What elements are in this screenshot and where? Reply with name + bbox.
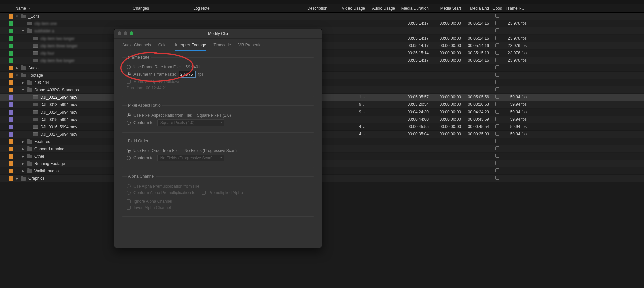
col-media-duration[interactable]: Media Duration	[395, 6, 429, 11]
chevron-down-icon[interactable]: ⌄	[362, 103, 365, 106]
bin-row[interactable]: ▶Other	[0, 153, 644, 160]
chevron-down-icon[interactable]: ⌄	[362, 110, 365, 114]
chevron-down-icon[interactable]: ▼	[15, 15, 19, 18]
good-checkbox[interactable]	[495, 73, 499, 77]
label-color-chip[interactable]	[9, 36, 13, 41]
radio-use-frame-rate-from-file[interactable]	[127, 65, 131, 69]
clip-row[interactable]: ▶clip item two longer00:05:14:1700:00:00…	[0, 35, 644, 42]
clip-row[interactable]: ▶DJI_0013_5994.mov9 ⌄00:03:20:5400:00:00…	[0, 101, 644, 109]
bin-row[interactable]: ▶403-464	[0, 79, 644, 86]
good-checkbox[interactable]	[495, 65, 499, 69]
bin-row[interactable]: ▼Drone_403PC_Standups	[0, 86, 644, 94]
good-checkbox[interactable]	[495, 14, 499, 18]
col-changes[interactable]: Changes	[133, 6, 193, 11]
bin-row[interactable]: ▶Walkthroughs	[0, 167, 644, 175]
label-color-chip[interactable]	[9, 132, 13, 137]
par-conform-select[interactable]: Square Pixels (1.0)	[157, 119, 224, 126]
radio-field-from-file[interactable]	[127, 149, 131, 153]
col-video-usage[interactable]: Video Usage	[337, 6, 365, 11]
clip-row[interactable]: ▶clip item one00:05:14:1700:00:00:0000:0…	[0, 20, 644, 27]
chevron-down-icon[interactable]: ▼	[15, 74, 19, 77]
chevron-right-icon[interactable]: ▶	[21, 155, 25, 158]
good-checkbox[interactable]	[495, 43, 499, 47]
chevron-right-icon[interactable]: ▶	[21, 162, 25, 165]
good-checkbox[interactable]	[495, 21, 499, 25]
radio-par-from-file[interactable]	[127, 113, 131, 117]
chevron-down-icon[interactable]: ⌄	[362, 132, 365, 136]
assume-frame-rate-input[interactable]	[179, 71, 196, 78]
tab-color[interactable]: Color	[158, 43, 168, 51]
label-color-chip[interactable]	[9, 44, 13, 48]
label-color-chip[interactable]	[9, 102, 13, 107]
col-audio-usage[interactable]: Audio Usage	[365, 6, 395, 11]
col-description[interactable]: Description	[277, 6, 337, 11]
col-good[interactable]: Good	[489, 6, 506, 11]
col-media-end[interactable]: Media End	[461, 6, 489, 11]
dialog-titlebar[interactable]: Modify Clip	[114, 29, 322, 39]
maximize-icon[interactable]	[130, 31, 133, 35]
label-color-chip[interactable]	[9, 117, 13, 122]
bin-row[interactable]: ▶Running Footage	[0, 160, 644, 167]
bin-row[interactable]: ▶Graphics	[0, 175, 644, 182]
col-name[interactable]: Name∧	[15, 6, 133, 11]
label-color-chip[interactable]	[9, 51, 13, 56]
field-conform-select[interactable]: No Fields (Progressive Scan)	[157, 155, 224, 161]
chevron-down-icon[interactable]: ⌄	[362, 125, 365, 129]
good-checkbox[interactable]	[495, 28, 499, 32]
clip-row[interactable]: ▶DJI_0016_5994.mov4 ⌄00:00:45:5500:00:00…	[0, 123, 644, 131]
clip-row[interactable]: ▶clip item three longer00:05:14:1700:00:…	[0, 42, 644, 50]
good-checkbox[interactable]	[495, 154, 499, 158]
bin-row[interactable]: ▶Features	[0, 138, 644, 145]
clip-row[interactable]: ▶DJI_0017_5994.mov4 ⌄00:00:35:0400:00:00…	[0, 131, 644, 138]
label-color-chip[interactable]	[9, 73, 13, 78]
bin-row[interactable]: ▶Audio	[0, 64, 644, 72]
label-color-chip[interactable]	[9, 21, 13, 26]
clip-row[interactable]: ▶DJI_0012_5994.mov1 ⌄00:05:05:5700:00:00…	[0, 94, 644, 101]
chevron-down-icon[interactable]: ⌄	[362, 95, 365, 99]
bin-row[interactable]: ▶Onboard running	[0, 145, 644, 153]
good-checkbox[interactable]	[495, 146, 499, 150]
good-checkbox[interactable]	[495, 87, 499, 91]
good-checkbox[interactable]	[495, 58, 499, 62]
good-checkbox[interactable]	[495, 124, 499, 128]
label-color-chip[interactable]	[9, 154, 13, 159]
label-color-chip[interactable]	[9, 95, 13, 100]
label-color-chip[interactable]	[9, 176, 13, 181]
close-icon[interactable]	[118, 31, 121, 35]
label-color-chip[interactable]	[9, 110, 13, 115]
chevron-right-icon[interactable]: ▶	[21, 140, 25, 143]
good-checkbox[interactable]	[495, 80, 499, 84]
col-frame-rate[interactable]: Frame Rate	[506, 6, 528, 11]
clip-row[interactable]: ▶clip four00:35:15:1400:00:00:0000:35:15…	[0, 50, 644, 57]
good-checkbox[interactable]	[495, 139, 499, 143]
col-log-note[interactable]: Log Note	[193, 6, 277, 11]
label-color-chip[interactable]	[9, 80, 13, 85]
good-checkbox[interactable]	[495, 132, 499, 136]
chevron-right-icon[interactable]: ▶	[15, 177, 19, 180]
clip-row[interactable]: ▶DJI_0015_5994.mov00:00:44:0000:00:00:00…	[0, 116, 644, 123]
label-color-chip[interactable]	[9, 66, 13, 70]
chevron-down-icon[interactable]: ▼	[21, 29, 25, 33]
label-color-chip[interactable]	[9, 88, 13, 92]
label-color-chip[interactable]	[9, 58, 13, 63]
bin-row[interactable]: ▼subfolder a	[0, 27, 644, 35]
bin-row[interactable]: ▼Footage	[0, 72, 644, 79]
good-checkbox[interactable]	[495, 176, 499, 180]
tab-interpret-footage[interactable]: Interpret Footage	[175, 43, 206, 51]
chevron-right-icon[interactable]: ▶	[21, 147, 25, 151]
tab-audio-channels[interactable]: Audio Channels	[122, 43, 151, 51]
chevron-right-icon[interactable]: ▶	[21, 169, 25, 173]
chevron-right-icon[interactable]: ▶	[21, 81, 25, 84]
bin-row[interactable]: ▼_Edits	[0, 13, 644, 20]
chevron-right-icon[interactable]: ▶	[15, 66, 19, 70]
good-checkbox[interactable]	[495, 51, 499, 55]
good-checkbox[interactable]	[495, 110, 499, 114]
label-color-chip[interactable]	[9, 169, 13, 173]
label-color-chip[interactable]	[9, 14, 13, 19]
minimize-icon[interactable]	[124, 31, 127, 35]
good-checkbox[interactable]	[495, 117, 499, 121]
chevron-down-icon[interactable]: ▼	[21, 88, 25, 92]
good-checkbox[interactable]	[495, 161, 499, 165]
radio-field-conform[interactable]	[127, 156, 131, 160]
good-checkbox[interactable]	[495, 102, 499, 106]
